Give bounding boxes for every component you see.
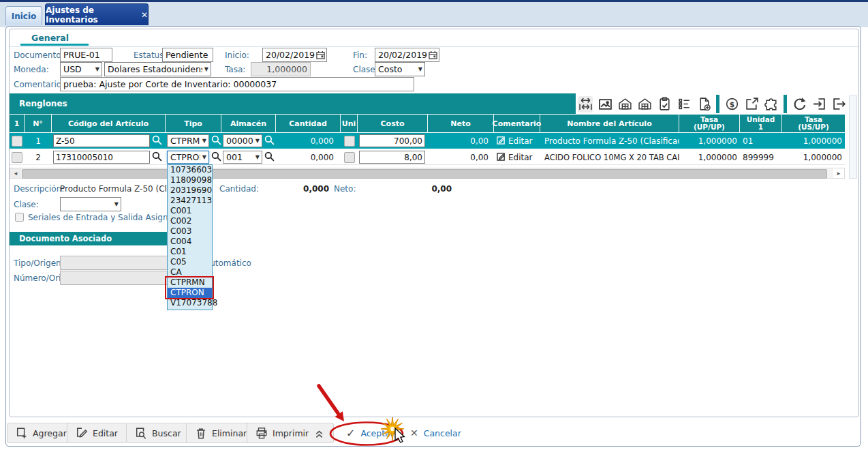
row-select-cell[interactable] — [10, 149, 25, 165]
clase-select[interactable]: Costo ▼ — [375, 62, 425, 76]
search-icon[interactable] — [264, 151, 275, 164]
dropdown-item[interactable]: C01 — [168, 247, 212, 257]
dropdown-item[interactable]: C05 — [168, 257, 212, 267]
grid-row-1[interactable]: 1 CTPRMN▼ 000000▼ 0,000 0,00 — [10, 133, 845, 149]
tab-general[interactable]: General — [31, 33, 69, 43]
grid-horizontal-scrollbar[interactable]: ◂ ▸ — [10, 168, 845, 179]
column-header-tipo[interactable]: Tipo — [166, 115, 221, 132]
resize-columns-icon[interactable] — [578, 96, 593, 112]
row-select-box[interactable] — [12, 136, 22, 147]
scrollbar-thumb[interactable] — [22, 169, 827, 179]
search-icon[interactable] — [264, 135, 275, 147]
codigo-input[interactable] — [53, 151, 150, 164]
fin-date-field[interactable] — [375, 48, 439, 62]
tipo-select-open[interactable]: CTPRON▼ — [167, 151, 209, 164]
column-header-costo[interactable]: Costo — [358, 115, 428, 132]
seriales-checkbox[interactable] — [15, 213, 24, 222]
grid-vertical-scrollbar[interactable] — [849, 95, 857, 179]
aceptar-button[interactable]: ✓ Aceptar — [346, 423, 394, 443]
uni-box[interactable] — [344, 152, 355, 163]
imprimir-button[interactable]: Imprimir — [247, 423, 334, 443]
column-header-neto[interactable]: Neto — [428, 115, 494, 132]
edit-note-icon[interactable] — [497, 152, 506, 163]
list-icon[interactable] — [677, 96, 692, 112]
row-select-box[interactable] — [12, 152, 22, 163]
external-link-icon[interactable] — [744, 96, 759, 112]
collapse-double-chevron-up-icon[interactable] — [313, 427, 325, 439]
dropdown-item[interactable]: C003 — [168, 226, 212, 237]
moneda-name-select[interactable]: Dolares Estadounidense ▼ — [104, 62, 211, 76]
almacen-select[interactable]: 000000▼ — [223, 134, 262, 147]
inventory-check-icon[interactable] — [657, 96, 672, 112]
close-tab-icon[interactable]: ✕ — [141, 10, 148, 20]
column-header-nombre[interactable]: Nombre del Artículo — [540, 115, 679, 132]
dropdown-item[interactable]: C004 — [168, 237, 212, 247]
scroll-right-arrow[interactable]: ▸ — [833, 168, 844, 178]
dropdown-item[interactable]: 10736603 — [168, 165, 212, 175]
dropdown-item[interactable]: 20319690 — [168, 185, 212, 196]
scroll-left-arrow[interactable]: ◂ — [10, 168, 21, 178]
uni-cell[interactable] — [341, 149, 358, 165]
column-header-select[interactable]: 1 — [10, 115, 25, 132]
estatus-input[interactable] — [162, 48, 213, 62]
cancelar-button[interactable]: ✕ Cancelar — [410, 423, 461, 443]
warehouse-out-icon[interactable] — [637, 96, 652, 112]
editar-link[interactable]: Editar — [508, 136, 533, 146]
tab-inicio[interactable]: Inicio — [5, 6, 42, 25]
calendar-icon[interactable] — [316, 50, 325, 59]
search-icon[interactable] — [211, 151, 221, 164]
export-icon[interactable] — [831, 96, 846, 112]
edit-note-icon[interactable] — [497, 136, 506, 147]
comentario-cell[interactable]: Editar — [494, 133, 540, 149]
dropdown-item[interactable]: 11809098 — [168, 175, 212, 185]
costo-input[interactable] — [359, 134, 425, 147]
editar-link[interactable]: Editar — [508, 153, 533, 162]
eliminar-button[interactable]: Eliminar — [186, 423, 255, 443]
column-header-num[interactable]: N° — [25, 115, 52, 132]
costo-input[interactable] — [359, 151, 425, 164]
tab-ajustes-de-inventarios[interactable]: Ajustes de Inventarios ✕ — [45, 3, 149, 25]
search-icon[interactable] — [152, 135, 162, 147]
import-icon[interactable] — [811, 96, 826, 112]
search-icon[interactable] — [211, 135, 221, 147]
dropdown-item[interactable]: V17073788 — [168, 298, 212, 308]
dropdown-item[interactable]: C002 — [168, 216, 212, 226]
dropdown-item[interactable]: 23427113 — [168, 196, 212, 206]
inicio-date-field[interactable] — [262, 48, 327, 62]
inicio-date-input[interactable] — [266, 50, 315, 60]
column-header-tasa-us[interactable]: Tasa(US/UP) — [782, 115, 845, 132]
currency-dollar-icon[interactable]: $ — [724, 96, 739, 112]
search-icon[interactable] — [152, 151, 162, 164]
uni-box[interactable] — [344, 136, 355, 147]
comentario-cell[interactable]: Editar — [494, 149, 540, 165]
documento-input[interactable] — [60, 48, 112, 62]
column-header-codigo[interactable]: Código del Artículo — [52, 115, 166, 132]
buscar-button[interactable]: Buscar — [126, 423, 190, 443]
uni-cell[interactable] — [341, 133, 358, 149]
column-header-cantidad[interactable]: Cantidad — [276, 115, 341, 132]
detail-clase-select[interactable]: ▼ — [60, 197, 121, 211]
row-select-cell[interactable] — [10, 133, 25, 149]
fin-date-input[interactable] — [378, 50, 427, 60]
editar-button[interactable]: Editar — [67, 423, 127, 443]
tipo-select[interactable]: CTPRMN▼ — [167, 134, 209, 147]
calendar-icon[interactable] — [429, 50, 437, 59]
column-header-tasa-up[interactable]: Tasa(UP/UP) — [679, 115, 740, 132]
column-header-comentario[interactable]: Comentario — [494, 115, 540, 132]
almacen-select[interactable]: 001▼ — [223, 151, 262, 164]
document-add-icon[interactable] — [696, 96, 711, 112]
codigo-input[interactable] — [53, 134, 150, 147]
image-icon[interactable] — [598, 96, 613, 112]
dropdown-item[interactable]: C001 — [168, 206, 212, 216]
comentario-input[interactable] — [60, 77, 414, 91]
warehouse-in-icon[interactable] — [617, 96, 632, 112]
column-header-almacen[interactable]: Almacén — [221, 115, 276, 132]
agregar-button[interactable]: Agregar — [7, 423, 76, 443]
column-header-uni[interactable]: Uni — [341, 115, 358, 132]
refresh-icon[interactable] — [792, 96, 807, 112]
moneda-name-value: Dolares Estadounidense — [108, 64, 202, 74]
moneda-code-select[interactable]: USD ▼ — [60, 62, 102, 76]
grid-row-2[interactable]: 2 CTPRON▼ 001▼ 0,000 0,00 — [10, 149, 845, 165]
column-header-unidad1[interactable]: Unidad1 — [740, 115, 782, 132]
components-puzzle-icon[interactable] — [764, 96, 779, 112]
